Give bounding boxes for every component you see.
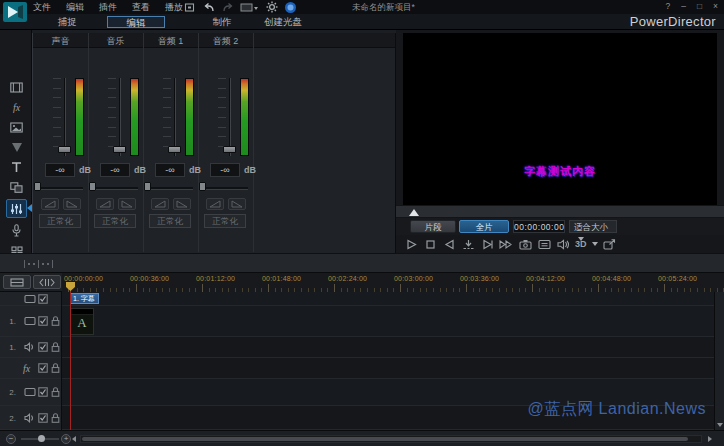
pan-slider-thumb[interactable]: [199, 182, 206, 191]
audio-mixing-room-icon[interactable]: [6, 199, 27, 218]
3d-dropdown-caret-icon[interactable]: [592, 242, 598, 246]
voice-over-room-icon[interactable]: [9, 223, 24, 238]
cyberlink-account-icon[interactable]: [284, 1, 297, 13]
fast-forward-button[interactable]: [499, 238, 513, 251]
track-enable-checkbox[interactable]: [38, 316, 48, 326]
menu-file[interactable]: 文件: [30, 1, 54, 14]
fade-in-button[interactable]: [206, 198, 224, 210]
pan-slider-thumb[interactable]: [34, 182, 41, 191]
pan-slider-thumb[interactable]: [89, 182, 96, 191]
seek-bar[interactable]: [396, 205, 724, 218]
track-lock-icon[interactable]: [51, 412, 60, 423]
scroll-right-arrow-icon[interactable]: [708, 436, 712, 442]
undo-icon[interactable]: [202, 1, 215, 13]
volume-fader-track[interactable]: [64, 78, 66, 156]
tab-capture[interactable]: 捕捉: [45, 16, 89, 28]
tab-edit[interactable]: 编辑: [107, 16, 165, 28]
track-lock-icon[interactable]: [51, 316, 60, 327]
effect-room-icon[interactable]: fx: [9, 100, 24, 115]
volume-fader-thumb[interactable]: [223, 146, 236, 153]
minimize-button[interactable]: –: [681, 1, 686, 11]
volume-fader-track[interactable]: [229, 78, 231, 156]
volume-fader-thumb[interactable]: [58, 146, 71, 153]
settings-gear-icon[interactable]: [265, 1, 278, 13]
horizontal-scrollbar-thumb[interactable]: [82, 437, 688, 441]
pan-slider-track[interactable]: [146, 187, 193, 190]
particle-room-icon[interactable]: [9, 140, 24, 155]
menu-plugins[interactable]: 插件: [96, 1, 120, 14]
track-lock-icon[interactable]: [51, 363, 60, 374]
pip-objects-room-icon[interactable]: [9, 120, 24, 135]
3d-mode-button[interactable]: 3D: [575, 239, 587, 249]
title-video-clip[interactable]: A: [70, 308, 94, 335]
play-button[interactable]: [404, 238, 418, 251]
track-enable-checkbox[interactable]: [38, 413, 48, 423]
pan-slider-track[interactable]: [91, 187, 138, 190]
maximize-button[interactable]: □: [697, 1, 702, 11]
media-room-icon[interactable]: [9, 80, 24, 95]
volume-fader-thumb[interactable]: [168, 146, 181, 153]
tab-produce[interactable]: 制作: [198, 16, 246, 28]
fade-out-button[interactable]: [173, 198, 191, 210]
track-enable-checkbox[interactable]: [38, 342, 48, 352]
range-select-button[interactable]: [33, 275, 61, 289]
track-lane-audio-1[interactable]: [62, 337, 714, 358]
pan-slider-track[interactable]: [201, 187, 248, 190]
fade-in-button[interactable]: [96, 198, 114, 210]
normalize-button[interactable]: 正常化: [94, 214, 136, 228]
transition-room-icon[interactable]: [9, 180, 24, 195]
title-room-icon[interactable]: [9, 160, 24, 175]
gain-value[interactable]: -∞: [210, 163, 240, 177]
previous-frame-button[interactable]: [442, 238, 456, 251]
seek-position-marker[interactable]: [409, 209, 419, 216]
zoom-fit-dropdown[interactable]: 适合大小: [569, 220, 617, 233]
playhead-line[interactable]: [70, 292, 71, 430]
track-lane-effect[interactable]: [62, 358, 714, 379]
zoom-in-button[interactable]: +: [61, 434, 71, 444]
movie-mode-button[interactable]: 全片: [459, 220, 509, 233]
fade-in-button[interactable]: [41, 198, 59, 210]
menu-edit[interactable]: 编辑: [63, 1, 87, 14]
menu-view[interactable]: 查看: [129, 1, 153, 14]
normalize-button[interactable]: 正常化: [149, 214, 191, 228]
redo-icon[interactable]: [221, 1, 234, 13]
fade-out-button[interactable]: [228, 198, 246, 210]
scroll-down-arrow-icon[interactable]: [717, 423, 723, 427]
track-lock-icon[interactable]: [51, 387, 60, 398]
pan-slider-track[interactable]: [36, 187, 83, 190]
aspect-ratio-dropdown-icon[interactable]: [240, 1, 259, 13]
track-lane-title[interactable]: 1. 字幕: [62, 292, 714, 306]
scroll-left-arrow-icon[interactable]: [72, 436, 76, 442]
gain-value[interactable]: -∞: [100, 163, 130, 177]
track-enable-checkbox[interactable]: [38, 387, 48, 397]
snapshot-button[interactable]: [518, 238, 532, 251]
normalize-button[interactable]: 正常化: [204, 214, 246, 228]
volume-fader-track[interactable]: [119, 78, 121, 156]
pan-slider-thumb[interactable]: [144, 182, 151, 191]
timeline-vertical-scrollbar[interactable]: [714, 292, 724, 430]
track-lane-video-1[interactable]: A: [62, 306, 714, 337]
normalize-button[interactable]: 正常化: [39, 214, 81, 228]
help-button[interactable]: ?: [665, 1, 670, 11]
track-lock-icon[interactable]: [51, 342, 60, 353]
timeline-horizontal-scrollbar[interactable]: [80, 435, 702, 443]
preview-quality-button[interactable]: [537, 238, 551, 251]
tab-create-disc[interactable]: 创建光盘: [252, 16, 314, 28]
preview-video-area[interactable]: 字幕测试内容: [403, 33, 717, 205]
zoom-out-button[interactable]: −: [6, 434, 16, 444]
timeline-ruler[interactable]: 00:00:00:00 00:00:36:00 00:01:12:00 00:0…: [62, 273, 724, 292]
stop-button[interactable]: [423, 238, 437, 251]
clip-mode-button[interactable]: 片段: [410, 220, 456, 233]
volume-button[interactable]: [556, 238, 570, 251]
panel-splitter[interactable]: [0, 253, 724, 273]
gain-value[interactable]: -∞: [155, 163, 185, 177]
track-enable-checkbox[interactable]: [38, 363, 48, 373]
volume-fader-track[interactable]: [174, 78, 176, 156]
fade-out-button[interactable]: [63, 198, 81, 210]
gain-value[interactable]: -∞: [45, 163, 75, 177]
subtitle-clip[interactable]: 1. 字幕: [70, 293, 99, 304]
timeline-zoom-slider-handle[interactable]: [38, 435, 45, 442]
volume-fader-thumb[interactable]: [113, 146, 126, 153]
track-enable-checkbox[interactable]: [38, 294, 48, 304]
jump-marker-button[interactable]: [461, 238, 475, 251]
